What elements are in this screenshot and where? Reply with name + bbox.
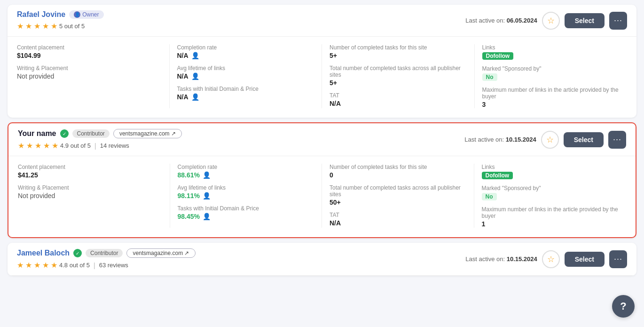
- more-button[interactable]: ···: [609, 250, 627, 268]
- card-section-0: Content placement $41.25Writing & Placem…: [18, 164, 170, 228]
- site-link[interactable]: ventsmagazine.com ↗: [126, 248, 195, 258]
- card-header-left: Rafael Jovine 👤 Owner ★★★★★ 5 out of 5: [17, 10, 461, 31]
- favorite-button[interactable]: ☆: [542, 250, 560, 268]
- card-header-top: Your name✓Contributorventsmagazine.com ↗: [18, 129, 460, 138]
- star-full: ★: [42, 22, 49, 31]
- field-label-2-1: Total number of completed tasks across a…: [330, 184, 466, 198]
- star-full: ★: [25, 261, 32, 270]
- card-header: Rafael Jovine 👤 Owner ★★★★★ 5 out of 5 L…: [8, 5, 636, 37]
- field-label-3-2: Maximum number of links in the article p…: [482, 206, 619, 219]
- last-active-date: 10.15.2024: [506, 136, 536, 143]
- field-label-2-0: Number of completed tasks for this site: [330, 164, 466, 170]
- select-button[interactable]: Select: [565, 252, 605, 267]
- field-value: N/A: [330, 100, 341, 107]
- person-icon: 👤: [203, 192, 211, 199]
- field-label-0-1: Writing & Placement: [18, 184, 162, 191]
- last-active-label: Last active on: 10.15.2024: [465, 255, 537, 263]
- field-value: Not provided: [17, 72, 54, 80]
- field-label-1-1: Avg lifetime of links: [177, 65, 314, 72]
- star-full: ★: [18, 141, 24, 150]
- stars-row: ★★★★★ 4.8 out of 5| 63 reviews: [17, 261, 461, 270]
- field-label-2-2: TAT: [330, 92, 467, 99]
- field-label-3-1: Marked "Sponsored by": [482, 65, 620, 72]
- person-icon: 👤: [191, 52, 199, 59]
- reviews-count: 63 reviews: [99, 262, 128, 269]
- last-active-label: Last active on: 06.05.2024: [465, 17, 537, 24]
- field-label-1-0: Completion rate: [177, 44, 314, 51]
- no-tag: No: [482, 193, 497, 200]
- publisher-card-1: Your name✓Contributorventsmagazine.com ↗…: [8, 122, 636, 238]
- card-section-1: Completion rate 88.61%👤Avg lifetime of l…: [170, 164, 322, 228]
- star-full: ★: [17, 22, 24, 31]
- card-body: Content placement $41.25Writing & Placem…: [8, 156, 636, 237]
- star-full: ★: [34, 261, 40, 270]
- select-button[interactable]: Select: [565, 13, 605, 28]
- field-label-3-2: Maximum number of links in the article p…: [482, 87, 620, 100]
- field-value: N/A: [177, 93, 188, 101]
- last-active-date: 06.05.2024: [507, 17, 537, 24]
- reviews-divider: |: [94, 142, 96, 150]
- field-label-0-0: Content placement: [17, 44, 162, 51]
- field-value: N/A: [330, 219, 341, 227]
- contributor-badge: Contributor: [86, 249, 123, 257]
- person-icon: 👤: [191, 72, 199, 80]
- field-value: $41.25: [18, 171, 38, 179]
- field-value: N/A: [177, 52, 188, 59]
- verified-icon: ✓: [73, 249, 82, 257]
- field-label-1-1: Avg lifetime of links: [178, 184, 314, 191]
- field-label-3-0: Links: [482, 44, 620, 51]
- field-value: 1: [482, 220, 486, 228]
- last-active-label: Last active on: 10.15.2024: [464, 136, 536, 143]
- star-full: ★: [26, 141, 33, 150]
- card-header-top: Rafael Jovine 👤 Owner: [17, 10, 461, 19]
- person-icon: 👤: [191, 93, 199, 101]
- favorite-button[interactable]: ☆: [541, 131, 559, 149]
- star-full: ★: [17, 261, 24, 270]
- dofollow-tag: Dofollow: [482, 52, 514, 60]
- publisher-name[interactable]: Rafael Jovine: [17, 10, 65, 19]
- publisher-name[interactable]: Jameel Baloch: [17, 249, 70, 257]
- reviews-divider: |: [94, 262, 95, 269]
- field-label-2-0: Number of completed tasks for this site: [330, 44, 467, 51]
- field-label-0-0: Content placement: [18, 164, 162, 170]
- no-tag: No: [482, 73, 497, 81]
- dofollow-tag: Dofollow: [482, 172, 513, 179]
- publisher-name[interactable]: Your name: [18, 129, 56, 138]
- field-label-1-0: Completion rate: [178, 164, 314, 170]
- verified-icon: ✓: [60, 129, 69, 138]
- field-label-3-1: Marked "Sponsored by": [482, 185, 619, 191]
- field-label-1-2: Tasks with Initial Domain & Price: [177, 86, 314, 92]
- field-value: 98.11%: [178, 192, 200, 199]
- site-link[interactable]: ventsmagazine.com ↗: [113, 129, 182, 138]
- field-label-3-0: Links: [482, 164, 619, 170]
- card-section-2: Number of completed tasks for this site …: [322, 44, 475, 108]
- field-value: Not provided: [18, 192, 55, 199]
- person-icon: 👤: [203, 213, 211, 220]
- card-header-left: Your name✓Contributorventsmagazine.com ↗…: [18, 129, 460, 150]
- publisher-card-2: Jameel Baloch✓Contributorventsmagazine.c…: [8, 243, 636, 276]
- stars-row: ★★★★★ 5 out of 5: [17, 22, 461, 31]
- card-section-0: Content placement $104.99Writing & Place…: [17, 44, 170, 108]
- field-value: 5+: [330, 79, 337, 87]
- select-button[interactable]: Select: [564, 132, 604, 147]
- field-value: $104.99: [17, 52, 41, 59]
- field-value: 98.45%: [178, 213, 200, 220]
- card-header-right: Last active on: 10.15.2024 ☆ Select ···: [464, 131, 626, 149]
- field-label-1-2: Tasks with Initial Domain & Price: [178, 205, 314, 212]
- card-section-1: Completion rate N/A👤Avg lifetime of link…: [170, 44, 322, 108]
- person-icon: 👤: [203, 171, 211, 179]
- field-value: 88.61%: [178, 171, 200, 179]
- last-active-date: 10.15.2024: [507, 255, 537, 263]
- owner-badge: 👤 Owner: [69, 10, 103, 19]
- favorite-button[interactable]: ☆: [542, 12, 560, 30]
- star-half: ★: [51, 261, 57, 270]
- star-full: ★: [25, 22, 32, 31]
- more-button[interactable]: ···: [609, 12, 627, 30]
- field-value: N/A: [177, 72, 188, 80]
- field-value: 5+: [330, 52, 337, 59]
- rating-text: 4.9 out of 5: [60, 142, 91, 149]
- owner-badge-icon: 👤: [74, 11, 80, 18]
- star-full: ★: [43, 141, 50, 150]
- more-button[interactable]: ···: [608, 131, 626, 149]
- star-full: ★: [51, 22, 57, 31]
